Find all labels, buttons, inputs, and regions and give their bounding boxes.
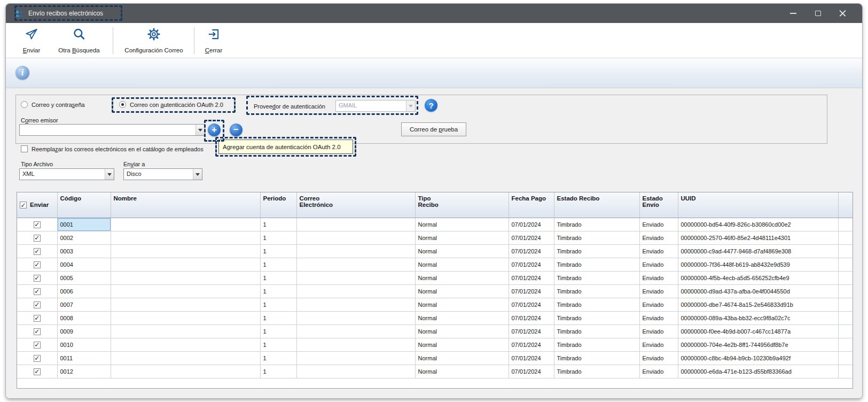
file-type-combobox[interactable]: XML [19, 168, 114, 180]
cell-nombre[interactable] [111, 285, 260, 298]
row-checkbox[interactable]: ✓ [34, 288, 41, 295]
table-row[interactable]: ✓ 0001 1 Normal 07/01/2024 Timbrado Envi… [17, 218, 853, 231]
table-row[interactable]: ✓ 0011 1 Normal 07/01/2024 Timbrado Envi… [17, 352, 853, 365]
radio-password-option[interactable]: Correo y contraseña [21, 101, 85, 108]
cell-enviar[interactable]: ✓ [17, 231, 57, 245]
maximize-button[interactable] [806, 4, 830, 23]
table-row[interactable]: ✓ 0006 1 Normal 07/01/2024 Timbrado Envi… [17, 285, 853, 298]
cell-periodo[interactable]: 1 [260, 365, 296, 378]
cell-enviar[interactable]: ✓ [17, 272, 57, 285]
close-window-button[interactable]: Cerrar [199, 26, 228, 56]
cell-nombre[interactable] [111, 325, 260, 338]
cell-correo-electronico[interactable] [296, 272, 415, 285]
cell-uuid[interactable]: 00000000-d9ad-437a-afba-0e4f0044550d [678, 285, 838, 298]
select-all-checkbox[interactable]: ✓ [20, 202, 27, 208]
cell-uuid[interactable]: 00000000-7f36-448f-b619-ab8432e9d539 [678, 258, 838, 272]
replace-emails-checkbox-row[interactable]: Reemplazar los correos electrónicos en e… [21, 145, 204, 152]
cell-estado-recibo[interactable]: Timbrado [554, 285, 639, 298]
table-row[interactable]: ✓ 0003 1 Normal 07/01/2024 Timbrado Envi… [17, 245, 853, 258]
cell-tipo-recibo[interactable]: Normal [415, 338, 509, 352]
cell-estado-envio[interactable]: Enviado [639, 231, 678, 245]
row-checkbox[interactable]: ✓ [34, 368, 41, 375]
cell-codigo[interactable]: 0006 [57, 285, 111, 298]
cell-periodo[interactable]: 1 [260, 218, 296, 231]
cell-estado-recibo[interactable]: Timbrado [554, 298, 639, 312]
cell-tipo-recibo[interactable]: Normal [415, 365, 509, 378]
cell-estado-recibo[interactable]: Timbrado [554, 231, 639, 245]
cell-nombre[interactable] [111, 231, 260, 245]
cell-tipo-recibo[interactable]: Normal [415, 272, 509, 285]
help-icon[interactable]: ? [425, 99, 437, 112]
cell-codigo[interactable]: 0003 [57, 245, 111, 258]
cell-tipo-recibo[interactable]: Normal [415, 245, 509, 258]
row-checkbox[interactable]: ✓ [34, 328, 41, 335]
cell-estado-envio[interactable]: Enviado [639, 298, 678, 312]
cell-estado-envio[interactable]: Enviado [639, 245, 678, 258]
row-checkbox[interactable]: ✓ [34, 342, 41, 349]
cell-tipo-recibo[interactable]: Normal [415, 231, 509, 245]
cell-estado-recibo[interactable]: Timbrado [554, 325, 639, 338]
radio-password-circle[interactable] [21, 101, 28, 108]
cell-estado-recibo[interactable]: Timbrado [554, 245, 639, 258]
row-checkbox[interactable]: ✓ [34, 275, 41, 282]
row-checkbox[interactable]: ✓ [34, 221, 41, 228]
cell-periodo[interactable]: 1 [260, 258, 296, 272]
cell-fecha-pago[interactable]: 07/01/2024 [509, 245, 554, 258]
cell-enviar[interactable]: ✓ [17, 312, 57, 325]
cell-estado-recibo[interactable]: Timbrado [554, 365, 639, 378]
cell-enviar[interactable]: ✓ [17, 298, 57, 312]
cell-enviar[interactable]: ✓ [17, 245, 57, 258]
table-row[interactable]: ✓ 0002 1 Normal 07/01/2024 Timbrado Envi… [17, 231, 853, 245]
cell-estado-envio[interactable]: Enviado [639, 338, 678, 352]
cell-codigo[interactable]: 0008 [57, 312, 111, 325]
cell-codigo[interactable]: 0004 [57, 258, 111, 272]
cell-estado-envio[interactable]: Enviado [639, 218, 678, 231]
cell-tipo-recibo[interactable]: Normal [415, 218, 509, 231]
cell-enviar[interactable]: ✓ [17, 365, 57, 378]
row-checkbox[interactable]: ✓ [34, 235, 41, 242]
cell-tipo-recibo[interactable]: Normal [415, 352, 509, 365]
row-checkbox[interactable]: ✓ [34, 302, 41, 308]
row-checkbox[interactable]: ✓ [34, 355, 41, 362]
cell-correo-electronico[interactable] [296, 325, 415, 338]
cell-fecha-pago[interactable]: 07/01/2024 [509, 298, 554, 312]
cell-periodo[interactable]: 1 [260, 298, 296, 312]
close-button[interactable] [830, 4, 855, 23]
cell-uuid[interactable]: 00000000-c9ad-4477-9468-d7af4869e308 [678, 245, 838, 258]
file-type-dropdown-arrow-icon[interactable] [105, 169, 114, 180]
cell-fecha-pago[interactable]: 07/01/2024 [509, 231, 554, 245]
cell-nombre[interactable] [111, 338, 260, 352]
remove-oauth-account-button[interactable]: − [230, 123, 243, 136]
cell-estado-recibo[interactable]: Timbrado [554, 312, 639, 325]
sender-combobox[interactable] [19, 124, 205, 136]
other-search-button[interactable]: Otra Búsqueda [51, 26, 107, 56]
cell-tipo-recibo[interactable]: Normal [415, 258, 509, 272]
cell-fecha-pago[interactable]: 07/01/2024 [509, 285, 554, 298]
cell-correo-electronico[interactable] [296, 218, 415, 231]
cell-estado-recibo[interactable]: Timbrado [554, 338, 639, 352]
cell-tipo-recibo[interactable]: Normal [415, 325, 509, 338]
cell-estado-envio[interactable]: Enviado [639, 272, 678, 285]
cell-fecha-pago[interactable]: 07/01/2024 [509, 272, 554, 285]
cell-correo-electronico[interactable] [296, 258, 415, 272]
cell-estado-envio[interactable]: Enviado [639, 258, 678, 272]
cell-correo-electronico[interactable] [296, 231, 415, 245]
cell-uuid[interactable]: 00000000-4f5b-4ecb-a5d5-656252cfb4e9 [678, 272, 838, 285]
cell-periodo[interactable]: 1 [260, 285, 296, 298]
add-oauth-account-button[interactable]: + [208, 123, 221, 136]
cell-uuid[interactable]: 00000000-704e-4e2b-8ff1-744956df8b7e [678, 338, 838, 352]
table-row[interactable]: ✓ 0008 1 Normal 07/01/2024 Timbrado Envi… [17, 312, 853, 325]
table-row[interactable]: ✓ 0004 1 Normal 07/01/2024 Timbrado Envi… [17, 258, 853, 272]
cell-codigo[interactable]: 0011 [57, 352, 111, 365]
cell-periodo[interactable]: 1 [260, 325, 296, 338]
cell-periodo[interactable]: 1 [260, 245, 296, 258]
cell-periodo[interactable]: 1 [260, 231, 296, 245]
cell-estado-recibo[interactable]: Timbrado [554, 352, 639, 365]
cell-fecha-pago[interactable]: 07/01/2024 [509, 312, 554, 325]
cell-estado-envio[interactable]: Enviado [639, 325, 678, 338]
provider-dropdown-arrow-icon[interactable] [406, 100, 415, 111]
cell-fecha-pago[interactable]: 07/01/2024 [509, 325, 554, 338]
cell-tipo-recibo[interactable]: Normal [415, 298, 509, 312]
cell-uuid[interactable]: 00000000-bd54-40f9-826c-b30860cd00e2 [678, 218, 838, 231]
cell-fecha-pago[interactable]: 07/01/2024 [509, 352, 554, 365]
